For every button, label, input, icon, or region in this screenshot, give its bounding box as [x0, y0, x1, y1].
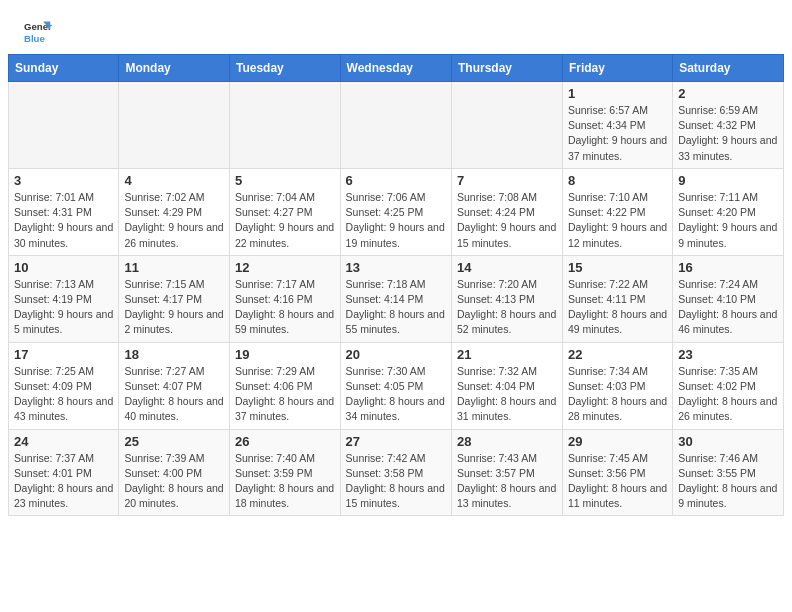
calendar-table: SundayMondayTuesdayWednesdayThursdayFrid…: [8, 54, 784, 516]
column-header-wednesday: Wednesday: [340, 55, 451, 82]
column-header-tuesday: Tuesday: [229, 55, 340, 82]
week-row-1: 1Sunrise: 6:57 AM Sunset: 4:34 PM Daylig…: [9, 82, 784, 169]
calendar-cell: [452, 82, 563, 169]
column-header-thursday: Thursday: [452, 55, 563, 82]
day-info: Sunrise: 7:27 AM Sunset: 4:07 PM Dayligh…: [124, 364, 224, 425]
calendar-cell: 30Sunrise: 7:46 AM Sunset: 3:55 PM Dayli…: [673, 429, 784, 516]
day-info: Sunrise: 7:24 AM Sunset: 4:10 PM Dayligh…: [678, 277, 778, 338]
day-info: Sunrise: 7:43 AM Sunset: 3:57 PM Dayligh…: [457, 451, 557, 512]
day-info: Sunrise: 7:35 AM Sunset: 4:02 PM Dayligh…: [678, 364, 778, 425]
day-info: Sunrise: 7:20 AM Sunset: 4:13 PM Dayligh…: [457, 277, 557, 338]
calendar-cell: 4Sunrise: 7:02 AM Sunset: 4:29 PM Daylig…: [119, 168, 230, 255]
day-number: 7: [457, 173, 557, 188]
day-info: Sunrise: 7:01 AM Sunset: 4:31 PM Dayligh…: [14, 190, 113, 251]
day-number: 3: [14, 173, 113, 188]
day-info: Sunrise: 7:25 AM Sunset: 4:09 PM Dayligh…: [14, 364, 113, 425]
day-number: 4: [124, 173, 224, 188]
calendar-cell: 14Sunrise: 7:20 AM Sunset: 4:13 PM Dayli…: [452, 255, 563, 342]
day-number: 16: [678, 260, 778, 275]
calendar-cell: 18Sunrise: 7:27 AM Sunset: 4:07 PM Dayli…: [119, 342, 230, 429]
column-header-sunday: Sunday: [9, 55, 119, 82]
day-number: 10: [14, 260, 113, 275]
day-number: 19: [235, 347, 335, 362]
calendar-cell: 13Sunrise: 7:18 AM Sunset: 4:14 PM Dayli…: [340, 255, 451, 342]
calendar-cell: [340, 82, 451, 169]
day-number: 26: [235, 434, 335, 449]
calendar-cell: 9Sunrise: 7:11 AM Sunset: 4:20 PM Daylig…: [673, 168, 784, 255]
day-number: 24: [14, 434, 113, 449]
day-number: 9: [678, 173, 778, 188]
calendar-header-row: SundayMondayTuesdayWednesdayThursdayFrid…: [9, 55, 784, 82]
week-row-5: 24Sunrise: 7:37 AM Sunset: 4:01 PM Dayli…: [9, 429, 784, 516]
calendar-cell: 15Sunrise: 7:22 AM Sunset: 4:11 PM Dayli…: [562, 255, 672, 342]
column-header-friday: Friday: [562, 55, 672, 82]
calendar-cell: 29Sunrise: 7:45 AM Sunset: 3:56 PM Dayli…: [562, 429, 672, 516]
day-number: 25: [124, 434, 224, 449]
svg-text:Blue: Blue: [24, 33, 45, 44]
day-info: Sunrise: 7:45 AM Sunset: 3:56 PM Dayligh…: [568, 451, 667, 512]
week-row-3: 10Sunrise: 7:13 AM Sunset: 4:19 PM Dayli…: [9, 255, 784, 342]
calendar-cell: 2Sunrise: 6:59 AM Sunset: 4:32 PM Daylig…: [673, 82, 784, 169]
day-number: 22: [568, 347, 667, 362]
day-info: Sunrise: 7:40 AM Sunset: 3:59 PM Dayligh…: [235, 451, 335, 512]
day-info: Sunrise: 7:02 AM Sunset: 4:29 PM Dayligh…: [124, 190, 224, 251]
day-info: Sunrise: 7:32 AM Sunset: 4:04 PM Dayligh…: [457, 364, 557, 425]
day-info: Sunrise: 7:30 AM Sunset: 4:05 PM Dayligh…: [346, 364, 446, 425]
day-number: 8: [568, 173, 667, 188]
day-info: Sunrise: 7:46 AM Sunset: 3:55 PM Dayligh…: [678, 451, 778, 512]
week-row-2: 3Sunrise: 7:01 AM Sunset: 4:31 PM Daylig…: [9, 168, 784, 255]
day-info: Sunrise: 7:34 AM Sunset: 4:03 PM Dayligh…: [568, 364, 667, 425]
day-number: 18: [124, 347, 224, 362]
calendar-cell: 5Sunrise: 7:04 AM Sunset: 4:27 PM Daylig…: [229, 168, 340, 255]
day-info: Sunrise: 6:59 AM Sunset: 4:32 PM Dayligh…: [678, 103, 778, 164]
day-number: 30: [678, 434, 778, 449]
day-info: Sunrise: 6:57 AM Sunset: 4:34 PM Dayligh…: [568, 103, 667, 164]
logo-icon: General Blue: [24, 18, 52, 46]
calendar-cell: 21Sunrise: 7:32 AM Sunset: 4:04 PM Dayli…: [452, 342, 563, 429]
calendar-cell: 10Sunrise: 7:13 AM Sunset: 4:19 PM Dayli…: [9, 255, 119, 342]
calendar-cell: 26Sunrise: 7:40 AM Sunset: 3:59 PM Dayli…: [229, 429, 340, 516]
calendar-cell: [9, 82, 119, 169]
day-info: Sunrise: 7:37 AM Sunset: 4:01 PM Dayligh…: [14, 451, 113, 512]
calendar-cell: 11Sunrise: 7:15 AM Sunset: 4:17 PM Dayli…: [119, 255, 230, 342]
day-number: 5: [235, 173, 335, 188]
calendar-cell: 27Sunrise: 7:42 AM Sunset: 3:58 PM Dayli…: [340, 429, 451, 516]
calendar-cell: 3Sunrise: 7:01 AM Sunset: 4:31 PM Daylig…: [9, 168, 119, 255]
day-number: 12: [235, 260, 335, 275]
day-number: 15: [568, 260, 667, 275]
day-number: 20: [346, 347, 446, 362]
day-info: Sunrise: 7:39 AM Sunset: 4:00 PM Dayligh…: [124, 451, 224, 512]
page-header: General Blue: [0, 0, 792, 54]
calendar-cell: 12Sunrise: 7:17 AM Sunset: 4:16 PM Dayli…: [229, 255, 340, 342]
day-info: Sunrise: 7:29 AM Sunset: 4:06 PM Dayligh…: [235, 364, 335, 425]
day-number: 28: [457, 434, 557, 449]
day-number: 6: [346, 173, 446, 188]
day-info: Sunrise: 7:10 AM Sunset: 4:22 PM Dayligh…: [568, 190, 667, 251]
calendar-cell: 17Sunrise: 7:25 AM Sunset: 4:09 PM Dayli…: [9, 342, 119, 429]
day-info: Sunrise: 7:13 AM Sunset: 4:19 PM Dayligh…: [14, 277, 113, 338]
calendar-cell: 25Sunrise: 7:39 AM Sunset: 4:00 PM Dayli…: [119, 429, 230, 516]
day-number: 2: [678, 86, 778, 101]
calendar-cell: 28Sunrise: 7:43 AM Sunset: 3:57 PM Dayli…: [452, 429, 563, 516]
calendar-cell: 1Sunrise: 6:57 AM Sunset: 4:34 PM Daylig…: [562, 82, 672, 169]
calendar-cell: 20Sunrise: 7:30 AM Sunset: 4:05 PM Dayli…: [340, 342, 451, 429]
column-header-saturday: Saturday: [673, 55, 784, 82]
day-info: Sunrise: 7:06 AM Sunset: 4:25 PM Dayligh…: [346, 190, 446, 251]
calendar-wrapper: SundayMondayTuesdayWednesdayThursdayFrid…: [0, 54, 792, 524]
calendar-cell: 22Sunrise: 7:34 AM Sunset: 4:03 PM Dayli…: [562, 342, 672, 429]
day-number: 23: [678, 347, 778, 362]
day-info: Sunrise: 7:04 AM Sunset: 4:27 PM Dayligh…: [235, 190, 335, 251]
day-number: 14: [457, 260, 557, 275]
day-info: Sunrise: 7:08 AM Sunset: 4:24 PM Dayligh…: [457, 190, 557, 251]
calendar-cell: 8Sunrise: 7:10 AM Sunset: 4:22 PM Daylig…: [562, 168, 672, 255]
calendar-cell: 24Sunrise: 7:37 AM Sunset: 4:01 PM Dayli…: [9, 429, 119, 516]
day-info: Sunrise: 7:15 AM Sunset: 4:17 PM Dayligh…: [124, 277, 224, 338]
day-info: Sunrise: 7:18 AM Sunset: 4:14 PM Dayligh…: [346, 277, 446, 338]
day-info: Sunrise: 7:22 AM Sunset: 4:11 PM Dayligh…: [568, 277, 667, 338]
calendar-cell: 16Sunrise: 7:24 AM Sunset: 4:10 PM Dayli…: [673, 255, 784, 342]
day-number: 1: [568, 86, 667, 101]
day-number: 21: [457, 347, 557, 362]
day-number: 29: [568, 434, 667, 449]
calendar-cell: 19Sunrise: 7:29 AM Sunset: 4:06 PM Dayli…: [229, 342, 340, 429]
day-number: 17: [14, 347, 113, 362]
